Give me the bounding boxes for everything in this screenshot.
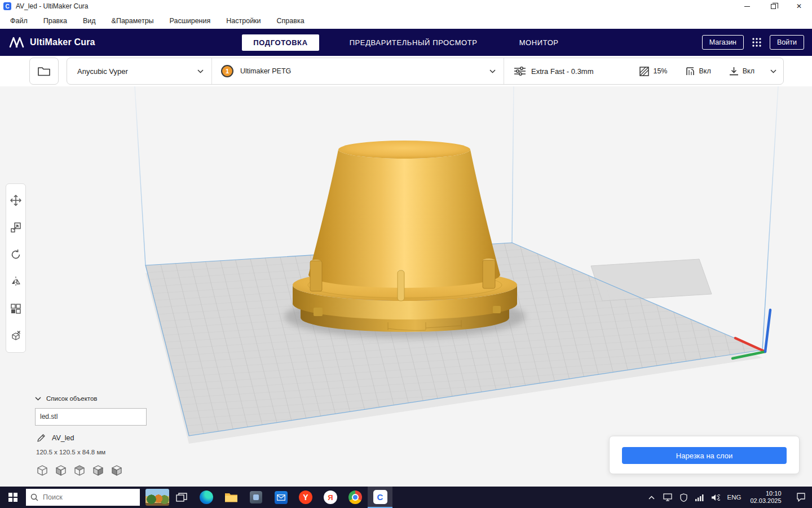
action-center-button[interactable] (789, 487, 812, 508)
object-list-panel: Список объектов led.stl AV_led 120.5 x 1… (35, 395, 147, 478)
view-front-icon[interactable] (54, 463, 68, 478)
config-bar: Anycubic Vyper 1 Ultimaker PETG E (67, 58, 784, 85)
hidden-icons-button[interactable] (643, 487, 660, 508)
object-list-title: Список объектов (46, 395, 97, 402)
menu-help[interactable]: Справка (269, 14, 312, 28)
taskbar-search[interactable] (26, 489, 140, 506)
infill-chip[interactable]: 15% (639, 67, 667, 76)
printer-selector[interactable]: Anycubic Vyper (67, 58, 212, 84)
stage-tabs: ПОДГОТОВКА ПРЕДВАРИТЕЛЬНЫЙ ПРОСМОТР МОНИ… (0, 34, 812, 51)
start-button[interactable] (0, 487, 26, 508)
open-file-button[interactable] (29, 58, 59, 85)
cura-taskbar-button[interactable]: C (368, 487, 392, 508)
language-indicator[interactable]: ENG (724, 487, 744, 508)
display-icon (663, 493, 672, 501)
widgets-weather-thumbnail[interactable] (145, 489, 169, 506)
material-name: Ultimaker PETG (240, 67, 291, 75)
chevron-down-icon (197, 69, 204, 73)
per-model-settings-icon (10, 303, 21, 314)
axis-z-blue (765, 310, 770, 352)
tab-preview[interactable]: ПРЕДВАРИТЕЛЬНЫЙ ПРОСМОТР (338, 34, 489, 51)
cura-app-icon: C (3, 2, 11, 10)
windows-logo-icon (8, 493, 17, 502)
time: 10:10 (750, 490, 781, 497)
tab-prepare[interactable]: ПОДГОТОВКА (242, 34, 319, 51)
menu-edit[interactable]: Правка (36, 14, 75, 28)
mirror-tool-button[interactable] (7, 269, 25, 295)
applications-grid-icon[interactable] (752, 37, 762, 47)
scale-tool-button[interactable] (7, 214, 25, 240)
adhesion-icon (729, 67, 739, 76)
sliders-icon (514, 67, 526, 76)
clock[interactable]: 10:10 02.03.2025 (744, 487, 789, 508)
scale-icon (10, 222, 21, 233)
display-tray-button[interactable] (660, 487, 676, 508)
chevron-down-icon[interactable] (770, 69, 776, 73)
infill-icon (639, 67, 649, 76)
menu-settings[interactable]: &Параметры (104, 14, 162, 28)
rotate-tool-button[interactable] (7, 242, 25, 268)
marketplace-button[interactable]: Магазин (702, 35, 744, 50)
titlebar: C AV_led - UltiMaker Cura ✕ (0, 0, 812, 12)
task-view-button[interactable] (169, 487, 194, 508)
extruder-badge: 1 (221, 65, 233, 77)
view-left-icon[interactable] (91, 463, 105, 478)
sign-in-button[interactable]: Войти (770, 35, 804, 50)
windows-taskbar: Y Я C ENG 10:10 02.0 (0, 487, 812, 508)
mail-taskbar-button[interactable] (268, 487, 293, 508)
view-right-icon[interactable] (109, 463, 124, 478)
move-tool-button[interactable] (7, 187, 25, 213)
rotate-icon (10, 249, 21, 260)
material-selector[interactable]: 1 Ultimaker PETG (212, 58, 504, 84)
restore-button[interactable] (760, 0, 786, 12)
volume-tray-button[interactable] (707, 487, 724, 508)
support-blocker-button[interactable] (7, 323, 25, 349)
infill-value: 15% (653, 67, 667, 75)
support-chip[interactable]: Вкл (686, 67, 711, 76)
menu-view[interactable]: Вид (75, 14, 104, 28)
folder-icon (224, 492, 238, 503)
edge-taskbar-button[interactable] (194, 487, 219, 508)
print-settings-selector[interactable]: Extra Fast - 0.3mm 15% Вкл (504, 58, 783, 84)
cura-taskbar-icon: C (373, 490, 387, 504)
adhesion-chip[interactable]: Вкл (729, 67, 754, 76)
object-list-header[interactable]: Список объектов (35, 395, 147, 402)
shield-icon (680, 493, 687, 502)
slice-button[interactable]: Нарезка на слои (622, 447, 787, 464)
security-tray-button[interactable] (676, 487, 691, 508)
3d-model[interactable] (284, 141, 526, 338)
file-explorer-taskbar-button[interactable] (219, 487, 244, 508)
view-3d-icon[interactable] (35, 463, 50, 478)
app-taskbar-button[interactable] (244, 487, 268, 508)
mail-icon (275, 491, 288, 504)
minimize-button[interactable] (734, 0, 760, 12)
object-list-item[interactable]: led.stl (36, 409, 146, 425)
close-button[interactable]: ✕ (786, 0, 812, 12)
chevron-up-icon (648, 496, 655, 500)
menu-file[interactable]: Файл (2, 14, 36, 28)
folder-open-icon (38, 66, 50, 76)
yandex-browser-taskbar-button[interactable]: Y (293, 487, 318, 508)
model-tools-toolbar (6, 183, 26, 353)
rename-pencil-icon[interactable] (37, 433, 46, 442)
menu-preferences[interactable]: Настройки (218, 14, 268, 28)
config-toolbar: Anycubic Vyper 1 Ultimaker PETG E (0, 56, 812, 86)
menu-extensions[interactable]: Расширения (162, 14, 219, 28)
per-model-settings-button[interactable] (7, 296, 25, 322)
chevron-down-icon (35, 397, 41, 401)
chevron-down-icon (489, 69, 496, 73)
tab-monitor[interactable]: МОНИТОР (508, 34, 570, 51)
yandex-search-taskbar-button[interactable]: Я (318, 487, 343, 508)
camera-view-buttons (35, 463, 147, 478)
printer-name: Anycubic Vyper (77, 67, 128, 76)
cura-window: C AV_led - UltiMaker Cura ✕ Файл Правка … (0, 0, 812, 508)
adhesion-value: Вкл (743, 67, 754, 75)
chrome-taskbar-button[interactable] (343, 487, 368, 508)
search-input[interactable] (43, 493, 135, 501)
system-tray: ENG 10:10 02.03.2025 (643, 487, 812, 508)
view-top-icon[interactable] (72, 463, 87, 478)
menubar: Файл Правка Вид &Параметры Расширения На… (0, 12, 812, 29)
app-icon (250, 491, 262, 503)
window-title: AV_led - UltiMaker Cura (16, 2, 88, 10)
network-tray-button[interactable] (691, 487, 707, 508)
